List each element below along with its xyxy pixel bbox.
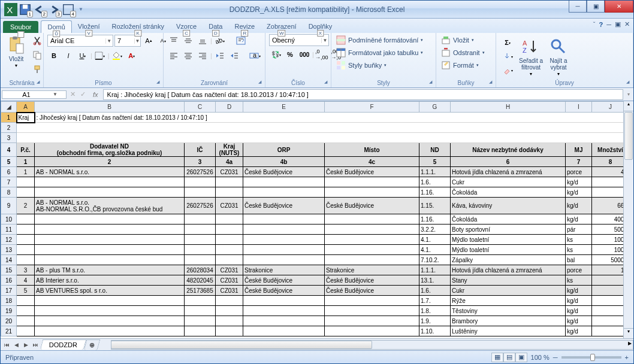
align-left-button[interactable] [167, 49, 180, 62]
cell[interactable] [243, 187, 325, 198]
cell[interactable]: 1.7. [419, 296, 451, 306]
cell[interactable] [185, 316, 216, 326]
row-header-13[interactable]: 13 [1, 245, 17, 255]
format-as-table-button[interactable]: Formátovat jako tabulku ▾ [335, 47, 424, 59]
maximize-button[interactable]: ▣ [587, 1, 605, 13]
tab-vložení[interactable]: VloženíV [72, 20, 106, 33]
minimize-button[interactable]: ─ [569, 1, 587, 13]
cell[interactable]: 3.2.2. [419, 225, 451, 235]
cell[interactable] [325, 187, 419, 198]
font-color-button[interactable]: A▾ [125, 49, 138, 62]
col-header-F[interactable]: F [325, 102, 419, 113]
cell[interactable] [185, 296, 216, 306]
cell[interactable]: CZ031 [216, 265, 243, 275]
row-header-4[interactable]: 4 [1, 143, 17, 157]
cell[interactable] [243, 235, 325, 245]
cell[interactable]: ks [566, 275, 592, 286]
cell[interactable]: Mýdlo toaletní [451, 235, 566, 245]
cell[interactable]: 13.1. [419, 275, 451, 286]
cell[interactable] [17, 177, 35, 187]
decrease-indent-button[interactable] [213, 49, 227, 62]
conditional-formatting-button[interactable]: Podmíněné formátování ▾ [335, 34, 424, 46]
row-header-7[interactable]: 7 [1, 177, 17, 187]
cell[interactable]: 1000 [592, 235, 624, 245]
normal-view-button[interactable]: ▦ [491, 353, 503, 362]
cell[interactable]: kg/d [566, 326, 592, 336]
col-header-D[interactable]: D [216, 102, 243, 113]
workbook-close-icon[interactable]: ✕ [624, 20, 630, 28]
cell[interactable]: 5000 [592, 225, 624, 235]
cell[interactable]: Čokoláda [451, 187, 566, 198]
cell[interactable] [17, 316, 35, 326]
cell[interactable]: 5 [17, 286, 35, 296]
cell[interactable] [185, 255, 216, 265]
row-header-21[interactable]: 21 [1, 326, 17, 336]
cell[interactable]: 660 [592, 198, 624, 214]
cell[interactable]: 26027526 [185, 167, 216, 177]
cell[interactable]: ks [566, 245, 592, 255]
cell[interactable] [216, 225, 243, 235]
cell[interactable] [216, 306, 243, 316]
workbook-restore-icon[interactable]: ▣ [615, 20, 621, 28]
cell[interactable] [243, 214, 325, 225]
row-header-17[interactable]: 17 [1, 286, 17, 296]
cell[interactable] [17, 245, 35, 255]
comma-button[interactable]: 000 [298, 48, 311, 61]
row-header-14[interactable]: 14 [1, 255, 17, 265]
next-sheet-button[interactable]: ▶ [21, 342, 31, 348]
cell[interactable]: 1.9. [419, 316, 451, 326]
first-sheet-button[interactable]: ⏮ [2, 342, 11, 348]
cell[interactable] [243, 255, 325, 265]
cell[interactable] [216, 177, 243, 187]
qat-undo[interactable]: 2 [33, 3, 46, 16]
cell[interactable]: kg/d [566, 177, 592, 187]
close-button[interactable]: ✕ [605, 1, 633, 13]
cell[interactable]: 4 [17, 275, 35, 286]
cell[interactable]: CZ031 [216, 167, 243, 177]
cell-styles-button[interactable]: Styly buňky ▾ [335, 59, 388, 71]
col-header-C[interactable]: C [185, 102, 216, 113]
bold-button[interactable]: B [47, 49, 61, 62]
cell[interactable]: 1 [592, 326, 624, 336]
last-sheet-button[interactable]: ⏭ [31, 342, 40, 348]
row-header-3[interactable]: 3 [1, 133, 17, 143]
cell[interactable]: ks [566, 235, 592, 245]
cell[interactable] [325, 235, 419, 245]
cell[interactable] [243, 316, 325, 326]
cell[interactable] [17, 306, 35, 316]
file-tab[interactable]: SouborS [3, 21, 38, 33]
cell[interactable]: 3 [17, 265, 35, 275]
tab-revize[interactable]: RevizeR [228, 20, 261, 33]
cell[interactable] [17, 235, 35, 245]
cell[interactable] [243, 245, 325, 255]
format-cells-button[interactable]: Formát ▾ [440, 59, 480, 71]
expand-formula-bar[interactable]: ▾ [623, 92, 633, 97]
cell[interactable]: České Budějovice [325, 275, 419, 286]
fill-button[interactable]: ▾ [500, 50, 515, 63]
cell[interactable] [35, 245, 185, 255]
cell[interactable] [243, 326, 325, 336]
cell[interactable]: CZ031 [216, 286, 243, 296]
row-header-6[interactable]: 6 [1, 167, 17, 177]
cell[interactable] [35, 306, 185, 316]
cell[interactable] [325, 177, 419, 187]
cell[interactable] [216, 296, 243, 306]
cell[interactable]: 26028034 [185, 265, 216, 275]
cell[interactable]: 10 [592, 265, 624, 275]
cell[interactable]: 1.16. [419, 187, 451, 198]
cell[interactable] [17, 255, 35, 265]
cell[interactable] [185, 187, 216, 198]
cell[interactable]: Cukr [451, 286, 566, 296]
cell[interactable]: 1.10. [419, 326, 451, 336]
cell[interactable]: Káva, kávoviny [451, 198, 566, 214]
row-header-20[interactable]: 20 [1, 316, 17, 326]
cell[interactable] [35, 255, 185, 265]
cell[interactable]: 40 [592, 167, 624, 177]
increase-decimal-button[interactable]: ,0→,00 [315, 48, 328, 61]
col-header-J[interactable]: J [592, 102, 624, 113]
cell[interactable] [35, 326, 185, 336]
cell[interactable] [243, 225, 325, 235]
row-header-1[interactable]: 1 [1, 113, 17, 123]
row-header-19[interactable]: 19 [1, 306, 17, 316]
cell[interactable]: 3 [592, 177, 624, 187]
